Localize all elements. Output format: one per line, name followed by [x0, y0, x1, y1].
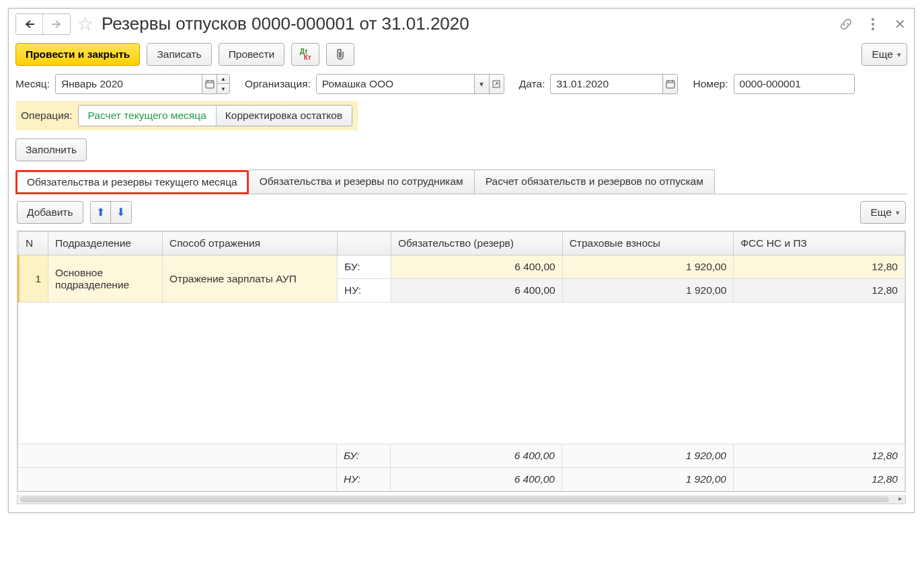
- date-label: Дата:: [519, 78, 545, 90]
- nav-group: [15, 13, 71, 35]
- favorite-star-icon[interactable]: ☆: [75, 13, 95, 35]
- tab-calculation[interactable]: Расчет обязательств и резервов по отпуск…: [474, 169, 715, 194]
- cell-n: 1: [19, 255, 48, 303]
- table-row[interactable]: 1 Основное подразделение Отражение зарпл…: [19, 255, 905, 279]
- move-down-button[interactable]: ⬇: [111, 202, 131, 223]
- col-fss[interactable]: ФСС НС и ПЗ: [734, 232, 905, 255]
- col-obligation[interactable]: Обязательство (резерв): [391, 232, 563, 255]
- table-toolbar: Добавить ⬆ ⬇ Еще: [9, 194, 914, 231]
- more-button[interactable]: Еще: [861, 43, 907, 66]
- org-value: Ромашка ООО: [317, 78, 474, 90]
- number-label: Номер:: [693, 78, 728, 90]
- date-field[interactable]: 31.01.2020: [550, 74, 678, 94]
- table-empty-area: [17, 303, 905, 444]
- post-button[interactable]: Провести: [219, 43, 285, 66]
- number-field[interactable]: 0000-000001: [734, 74, 855, 94]
- month-value: Январь 2020: [56, 78, 202, 90]
- foot-nu-label: НУ:: [337, 468, 391, 491]
- operation-row: Операция: Расчет текущего месяца Коррект…: [15, 101, 358, 130]
- svg-point-1: [872, 23, 874, 26]
- cell-nu-contrib: 1 920,00: [562, 279, 734, 303]
- close-icon[interactable]: ✕: [892, 17, 907, 32]
- operation-label: Операция:: [21, 110, 73, 122]
- cell-nu-fss: 12,80: [734, 279, 905, 303]
- form-header-row: Месяц: Январь 2020 ▲▼ Организация: Ромаш…: [9, 71, 914, 101]
- tab-obligations-current[interactable]: Обязательства и резервы текущего месяца: [15, 170, 249, 194]
- tab-obligations-employees[interactable]: Обязательства и резервы по сотрудникам: [248, 169, 475, 194]
- number-value: 0000-000001: [734, 78, 854, 90]
- move-buttons: ⬆ ⬇: [90, 201, 132, 224]
- add-row-button[interactable]: Добавить: [17, 201, 83, 224]
- org-field[interactable]: Ромашка ООО ▾: [316, 74, 504, 94]
- calendar-icon[interactable]: [202, 75, 217, 93]
- col-type[interactable]: [338, 232, 391, 255]
- col-n[interactable]: N: [19, 232, 48, 255]
- foot-bu-label: БУ:: [337, 444, 391, 468]
- date-value: 31.01.2020: [551, 78, 662, 90]
- svg-point-2: [872, 28, 874, 30]
- attachment-button[interactable]: [326, 43, 354, 66]
- post-and-close-button[interactable]: Провести и закрыть: [15, 43, 140, 66]
- month-label: Месяц:: [15, 78, 50, 90]
- cell-dept: Основное подразделение: [48, 255, 163, 303]
- reserves-table: N Подразделение Способ отражения Обязате…: [17, 231, 905, 303]
- foot-nu-contrib: 1 920,00: [562, 468, 734, 491]
- link-icon[interactable]: [839, 17, 853, 32]
- more-menu-icon[interactable]: [865, 17, 880, 32]
- document-window: ☆ Резервы отпусков 0000-000001 от 31.01.…: [8, 8, 915, 513]
- cell-bu-fss: 12,80: [734, 255, 905, 279]
- foot-nu-fss: 12,80: [734, 468, 905, 491]
- fill-button[interactable]: Заполнить: [15, 138, 87, 161]
- window-title: Резервы отпусков 0000-000001 от 31.01.20…: [99, 13, 835, 34]
- cell-bu-contrib: 1 920,00: [562, 255, 734, 279]
- open-icon[interactable]: [489, 75, 504, 93]
- month-spinner[interactable]: ▲▼: [217, 74, 229, 94]
- forward-button[interactable]: [43, 14, 70, 34]
- col-method[interactable]: Способ отражения: [163, 232, 338, 255]
- back-button[interactable]: [16, 14, 43, 34]
- fill-row: Заполнить: [9, 130, 914, 169]
- titlebar: ☆ Резервы отпусков 0000-000001 от 31.01.…: [9, 9, 914, 38]
- foot-bu-contrib: 1 920,00: [562, 444, 734, 468]
- org-label: Организация:: [245, 78, 311, 90]
- main-tabs: Обязательства и резервы текущего месяца …: [15, 169, 907, 194]
- svg-rect-3: [206, 81, 214, 88]
- table-more-button[interactable]: Еще: [860, 201, 906, 224]
- svg-point-0: [872, 18, 874, 21]
- debit-credit-button[interactable]: Дт Кт: [291, 43, 319, 66]
- col-contrib[interactable]: Страховые взносы: [562, 232, 734, 255]
- svg-rect-5: [666, 81, 675, 88]
- calendar-icon[interactable]: [662, 75, 677, 93]
- foot-bu-fss: 12,80: [734, 444, 905, 468]
- move-up-button[interactable]: ⬆: [91, 202, 111, 223]
- foot-nu-obligation: 6 400,00: [391, 468, 562, 491]
- cell-method: Отражение зарплаты АУП: [163, 255, 338, 303]
- dropdown-icon[interactable]: ▾: [474, 75, 489, 93]
- foot-bu-obligation: 6 400,00: [391, 444, 562, 468]
- table-wrapper: N Подразделение Способ отражения Обязате…: [17, 231, 906, 492]
- cell-nu-obligation: 6 400,00: [391, 279, 563, 303]
- op-tab-current-month[interactable]: Расчет текущего месяца: [78, 105, 217, 126]
- cell-bu-label: БУ:: [338, 255, 391, 279]
- col-dept[interactable]: Подразделение: [48, 232, 163, 255]
- month-field[interactable]: Январь 2020 ▲▼: [55, 74, 230, 94]
- operation-tabs: Расчет текущего месяца Корректировка ост…: [78, 105, 352, 126]
- cell-bu-obligation: 6 400,00: [391, 255, 563, 279]
- table-footer: БУ: 6 400,00 1 920,00 12,80 НУ: 6 400,00…: [17, 444, 905, 491]
- command-toolbar: Провести и закрыть Записать Провести Дт …: [9, 38, 914, 71]
- op-tab-correction[interactable]: Корректировка остатков: [216, 106, 352, 126]
- cell-nu-label: НУ:: [338, 279, 391, 303]
- write-button[interactable]: Записать: [147, 43, 211, 66]
- horizontal-scrollbar[interactable]: [17, 495, 906, 504]
